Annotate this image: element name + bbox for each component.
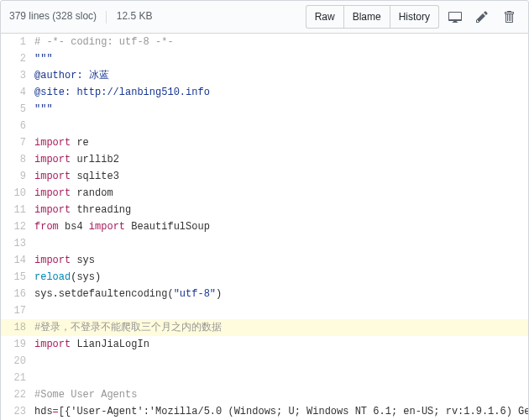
code-line[interactable]: import urllib2 [34,151,529,168]
code-line[interactable]: #Some User Agents [34,386,529,403]
code-row: 21 [1,370,529,386]
code-row: 12from bs4 import BeautifulSoup [1,218,529,235]
code-line[interactable]: sys.setdefaultencoding("utf-8") [34,286,529,302]
line-number[interactable]: 12 [1,218,34,235]
code-row: 2""" [1,50,529,67]
line-number[interactable]: 3 [1,67,34,84]
code-line[interactable]: @author: 冰蓝 [34,67,529,84]
line-number[interactable]: 19 [1,336,34,353]
code-row: 15reload(sys) [1,269,529,286]
line-number[interactable]: 21 [1,370,34,386]
code-row: 20 [1,353,529,370]
code-line[interactable]: """ [34,50,529,67]
line-number[interactable]: 13 [1,235,34,252]
blame-button[interactable]: Blame [344,5,390,29]
code-line[interactable]: import sqlite3 [34,168,529,185]
line-number[interactable]: 22 [1,386,34,403]
code-row: 10import random [1,185,529,202]
code-row: 17 [1,302,529,319]
line-number[interactable]: 16 [1,286,34,302]
line-number[interactable]: 1 [1,34,34,50]
code-line[interactable]: #登录，不登录不能爬取三个月之内的数据 [34,319,529,336]
code-row: 13 [1,235,529,252]
line-number[interactable]: 15 [1,269,34,286]
code-line[interactable]: hds=[{'User-Agent':'Mozilla/5.0 (Windows… [34,403,529,420]
button-group: Raw Blame History [306,5,439,29]
line-number[interactable]: 5 [1,101,34,118]
code-line[interactable]: import sys [34,252,529,269]
code-line[interactable]: @site: http://lanbing510.info [34,84,529,101]
line-number[interactable]: 7 [1,134,34,151]
line-count: 379 lines (328 sloc) [9,10,97,22]
line-number[interactable]: 9 [1,168,34,185]
code-line[interactable] [34,118,529,134]
file-actions: Raw Blame History [306,5,520,29]
code-line[interactable] [34,370,529,386]
desktop-icon[interactable] [444,6,466,28]
code-row: 14import sys [1,252,529,269]
code-row: 7import re [1,134,529,151]
code-line[interactable] [34,235,529,252]
code-row: 6 [1,118,529,134]
line-number[interactable]: 18 [1,319,34,336]
history-button[interactable]: History [390,5,439,29]
code-row: 4@site: http://lanbing510.info [1,84,529,101]
code-line[interactable]: from bs4 import BeautifulSoup [34,218,529,235]
line-number[interactable]: 8 [1,151,34,168]
code-line[interactable]: """ [34,101,529,118]
code-row: 3@author: 冰蓝 [1,67,529,84]
code-line[interactable]: # -*- coding: utf-8 -*- [34,34,529,50]
code-line[interactable] [34,353,529,370]
divider [106,11,107,24]
code-row: 5""" [1,101,529,118]
code-line[interactable] [34,302,529,319]
file-info: 379 lines (328 sloc) 12.5 KB [9,10,152,23]
code-line[interactable]: import LianJiaLogIn [34,336,529,353]
code-area: 1# -*- coding: utf-8 -*-2"""3@author: 冰蓝… [0,34,529,420]
line-number[interactable]: 20 [1,353,34,370]
line-number[interactable]: 4 [1,84,34,101]
code-row: 9import sqlite3 [1,168,529,185]
code-line[interactable]: import threading [34,202,529,218]
code-table: 1# -*- coding: utf-8 -*-2"""3@author: 冰蓝… [1,34,529,420]
code-row: 22#Some User Agents [1,386,529,403]
line-number[interactable]: 23 [1,403,34,420]
trash-icon[interactable] [498,6,520,28]
code-line[interactable]: import re [34,134,529,151]
code-row: 1# -*- coding: utf-8 -*- [1,34,529,50]
line-number[interactable]: 10 [1,185,34,202]
code-row: 18#登录，不登录不能爬取三个月之内的数据 [1,319,529,336]
line-number[interactable]: 6 [1,118,34,134]
file-header: 379 lines (328 sloc) 12.5 KB Raw Blame H… [0,0,529,34]
pencil-icon[interactable] [471,6,493,28]
line-number[interactable]: 11 [1,202,34,218]
code-row: 23hds=[{'User-Agent':'Mozilla/5.0 (Windo… [1,403,529,420]
code-row: 19import LianJiaLogIn [1,336,529,353]
code-row: 16sys.setdefaultencoding("utf-8") [1,286,529,302]
code-line[interactable]: import random [34,185,529,202]
raw-button[interactable]: Raw [306,5,344,29]
line-number[interactable]: 14 [1,252,34,269]
line-number[interactable]: 2 [1,50,34,67]
code-line[interactable]: reload(sys) [34,269,529,286]
code-row: 8import urllib2 [1,151,529,168]
code-row: 11import threading [1,202,529,218]
line-number[interactable]: 17 [1,302,34,319]
file-size: 12.5 KB [117,10,153,22]
